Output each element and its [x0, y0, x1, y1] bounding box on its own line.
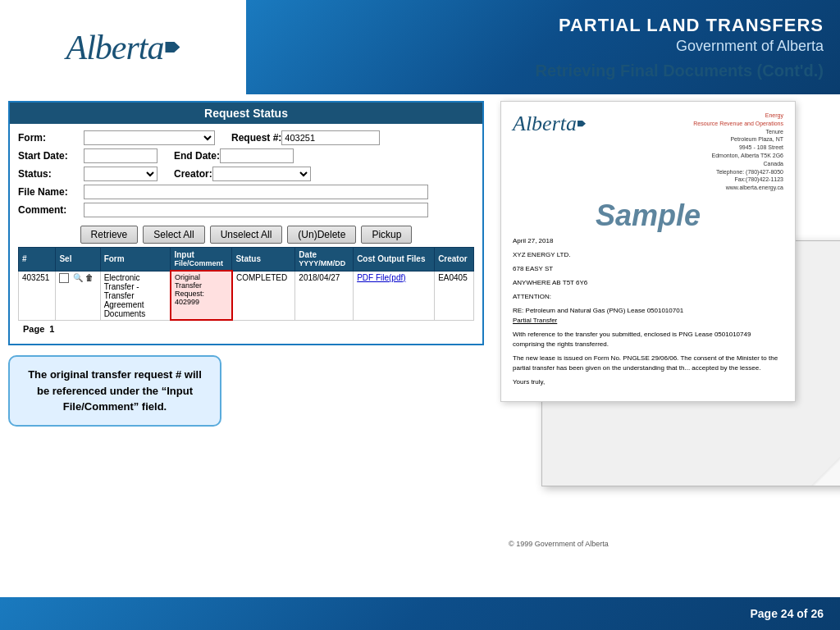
end-date-input[interactable]	[220, 148, 294, 163]
comment-input[interactable]	[84, 203, 428, 217]
doc-alberta-flag-icon	[578, 121, 586, 130]
start-date-label: Start Date:	[18, 150, 84, 162]
request-status-header: Request Status	[10, 103, 482, 124]
cell-sel: 🔍 🗑	[56, 271, 100, 320]
form-row-2: Start Date: End Date:	[18, 148, 474, 163]
letter-date: April 27, 2018	[513, 236, 783, 246]
undelete-button[interactable]: (Un)Delete	[287, 226, 356, 244]
trash-icon[interactable]: 🗑	[85, 273, 94, 282]
request-status-box: Request Status Form: Request #: Start Da…	[8, 101, 484, 345]
start-date-input[interactable]	[84, 148, 158, 163]
cell-creator: EA0405	[435, 271, 474, 320]
col-date: DateYYYY/MM/DD	[295, 248, 354, 272]
dept-division: Tenure	[693, 128, 783, 136]
form-select[interactable]	[84, 130, 215, 145]
header: Alberta PARTIAL LAND TRANSFERS Governmen…	[0, 0, 840, 94]
doc-logo: Alberta	[513, 112, 586, 192]
creator-select[interactable]	[212, 167, 311, 181]
col-creator: Creator	[435, 248, 474, 272]
fax: Fax:(780)422-1123	[693, 176, 783, 184]
form-row-1: Form: Request #:	[18, 130, 474, 145]
pickup-button[interactable]: Pickup	[361, 226, 412, 244]
page-label: Page	[23, 324, 44, 334]
address2: 9945 - 108 Street	[693, 144, 783, 152]
dept-subtitle: Resource Revenue and Operations	[693, 120, 783, 128]
col-form: Form	[100, 248, 171, 272]
cell-date: 2018/04/27	[295, 271, 354, 320]
attention: ATTENTION:	[513, 292, 783, 302]
form-row-3: Status: Creator:	[18, 167, 474, 181]
cell-cost: PDF File(pdf)	[354, 271, 435, 320]
pagination-row: Page 1	[18, 321, 474, 337]
doc-alberta-logo-text: Alberta	[513, 112, 586, 135]
file-name-label: File Name:	[18, 186, 84, 198]
callout-box: The original transfer request # will be …	[8, 355, 221, 427]
right-panel: Alberta Energy Resource Revenue and Oper…	[492, 101, 832, 591]
left-panel: Request Status Form: Request #: Start Da…	[8, 101, 484, 591]
re-sub: Partial Transfer	[513, 317, 557, 324]
section-title: Retrieving Final Documents (Cont'd.)	[536, 62, 824, 80]
col-num: #	[19, 248, 56, 272]
retrieve-button[interactable]: Retrieve	[80, 226, 139, 244]
cell-input: Original Transfer Request: 402999	[171, 271, 232, 320]
creator-label: Creator:	[174, 168, 212, 180]
page-curl	[811, 445, 840, 486]
footer-page-text: Page 24 of 26	[751, 607, 824, 620]
request-num-input[interactable]	[281, 130, 380, 145]
form-label: Form:	[18, 132, 84, 144]
alberta-logo-text: Alberta	[66, 28, 180, 67]
magnifier-icon[interactable]: 🔍	[73, 273, 83, 283]
doc-address-block: Energy Resource Revenue and Operations T…	[693, 112, 783, 192]
unselect-all-button[interactable]: Unselect All	[210, 226, 283, 244]
dept-title: Energy	[693, 112, 783, 120]
website: www.alberta.energy.ca	[693, 184, 783, 192]
form-row-4: File Name:	[18, 185, 474, 199]
col-input: InputFile/Comment	[171, 248, 232, 272]
alberta-flag-icon	[165, 42, 180, 60]
buttons-row: Retrieve Select All Unselect All (Un)Del…	[18, 221, 474, 247]
table-row: 403251 🔍 🗑 Electronic Transfer - Transfe…	[19, 271, 474, 320]
main-title: PARTIAL LAND TRANSFERS	[559, 15, 824, 36]
cell-status: COMPLETED	[232, 271, 295, 320]
recipient1: XYZ ENERGY LTD.	[513, 250, 783, 260]
body1: With reference to the transfer you submi…	[513, 330, 783, 349]
phone: Telephone: (780)427-8050	[693, 168, 783, 176]
address3: Edmonton, Alberta T5K 2G6	[693, 152, 783, 160]
select-all-button[interactable]: Select All	[143, 226, 204, 244]
pdf-link[interactable]: PDF File(pdf)	[357, 273, 405, 282]
re-line: RE: Petroleum and Natural Gas (PNG) Leas…	[513, 306, 783, 326]
closing: Yours truly,	[513, 377, 783, 387]
doc-letter-header: Alberta Energy Resource Revenue and Oper…	[513, 112, 783, 192]
sub-title: Government of Alberta	[676, 38, 824, 55]
sample-watermark-letter: Sample	[513, 199, 783, 233]
cell-form: Electronic Transfer - Transfer Agreement…	[100, 271, 171, 320]
header-title-area: PARTIAL LAND TRANSFERS Government of Alb…	[246, 0, 840, 94]
request-num-label: Request #:	[231, 132, 281, 144]
col-sel: Sel	[56, 248, 100, 272]
recipient3: ANYWHERE AB T5T 6Y6	[513, 278, 783, 288]
page-number: 1	[49, 324, 54, 334]
end-date-label: End Date:	[174, 150, 220, 162]
copyright-line: © 1999 Government of Alberta	[509, 540, 609, 548]
request-status-form: Form: Request #: Start Date: End Date:	[10, 124, 482, 344]
results-table: # Sel Form InputFile/Comment Status Date…	[18, 247, 474, 321]
address4: Canada	[693, 160, 783, 168]
file-name-input[interactable]	[84, 185, 428, 199]
status-select[interactable]	[84, 167, 158, 181]
logo-area: Alberta	[0, 0, 246, 94]
comment-label: Comment:	[18, 204, 84, 216]
col-status: Status	[232, 248, 295, 272]
doc-letter: Alberta Energy Resource Revenue and Oper…	[500, 101, 796, 402]
status-label: Status:	[18, 168, 84, 180]
cell-num: 403251	[19, 271, 56, 320]
callout-text: The original transfer request # will be …	[28, 368, 202, 413]
address1: Petroleum Plaza, NT	[693, 135, 783, 144]
doc-body: April 27, 2018 XYZ ENERGY LTD. 678 EASY …	[513, 236, 783, 387]
form-row-5: Comment:	[18, 203, 474, 217]
body2: The new lease is issued on Form No. PNGL…	[513, 354, 783, 373]
footer: Page 24 of 26	[0, 597, 840, 630]
recipient2: 678 EASY ST	[513, 264, 783, 274]
col-cost: Cost Output Files	[354, 248, 435, 272]
checkbox-icon[interactable]	[59, 273, 69, 283]
main-content: Request Status Form: Request #: Start Da…	[0, 94, 840, 597]
